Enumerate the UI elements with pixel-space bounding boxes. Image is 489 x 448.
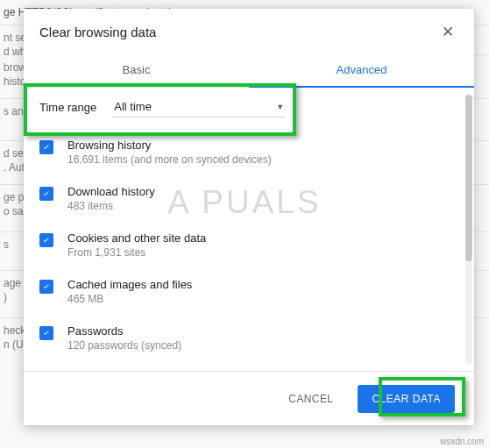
dialog-tabs: Basic Advanced (24, 54, 474, 88)
image-credit: wsxdn.com (440, 437, 484, 446)
scrollbar-thumb[interactable] (465, 95, 472, 261)
list-item: Passwords 120 passwords (synced) (39, 321, 458, 355)
close-icon[interactable]: ✕ (437, 21, 458, 42)
list-item: Browsing history 16,691 items (and more … (39, 135, 458, 169)
item-subtitle: 483 items (67, 200, 155, 212)
item-title: Browsing history (67, 139, 272, 152)
list-item: Cookies and other site data From 1,931 s… (39, 228, 458, 262)
time-range-row: Time range All time ▼ (39, 88, 458, 130)
checkbox-cache[interactable] (39, 280, 53, 294)
cancel-button[interactable]: CANCEL (278, 385, 344, 413)
time-range-dropdown[interactable]: All time ▼ (112, 96, 286, 117)
item-subtitle: 16,691 items (and more on synced devices… (67, 153, 272, 166)
time-range-value: All time (114, 100, 152, 113)
dialog-header: Clear browsing data ✕ (24, 9, 474, 46)
time-range-label: Time range (39, 101, 96, 114)
checkbox-download-history[interactable] (39, 187, 53, 201)
list-item: Cached images and files 465 MB (39, 274, 458, 309)
dialog-scroll-area: Time range All time ▼ Browsing history 1… (24, 88, 474, 371)
item-title: Download history (67, 185, 155, 198)
checkbox-cookies[interactable] (39, 233, 53, 247)
checkbox-passwords[interactable] (39, 326, 53, 340)
data-type-list: Browsing history 16,691 items (and more … (39, 135, 458, 371)
item-subtitle: From 1,931 sites (67, 246, 206, 259)
tab-advanced[interactable]: Advanced (249, 54, 474, 87)
list-item: Download history 483 items (39, 181, 458, 216)
checkbox-browsing-history[interactable] (39, 140, 53, 154)
tab-basic[interactable]: Basic (24, 54, 249, 87)
item-title: Cookies and other site data (67, 231, 206, 245)
clear-browsing-data-dialog: Clear browsing data ✕ Basic Advanced Tim… (24, 9, 474, 425)
item-title: Cached images and files (67, 278, 192, 291)
dialog-title: Clear browsing data (39, 25, 156, 39)
clear-data-button[interactable]: CLEAR DATA (358, 385, 455, 413)
chevron-down-icon: ▼ (276, 103, 284, 111)
dialog-footer: CANCEL CLEAR DATA (24, 371, 474, 425)
item-title: Passwords (67, 324, 181, 338)
scrollbar[interactable] (465, 95, 472, 364)
item-subtitle: 465 MB (67, 293, 192, 305)
list-item: Autofill form data (39, 367, 458, 371)
item-subtitle: 120 passwords (synced) (67, 339, 181, 352)
